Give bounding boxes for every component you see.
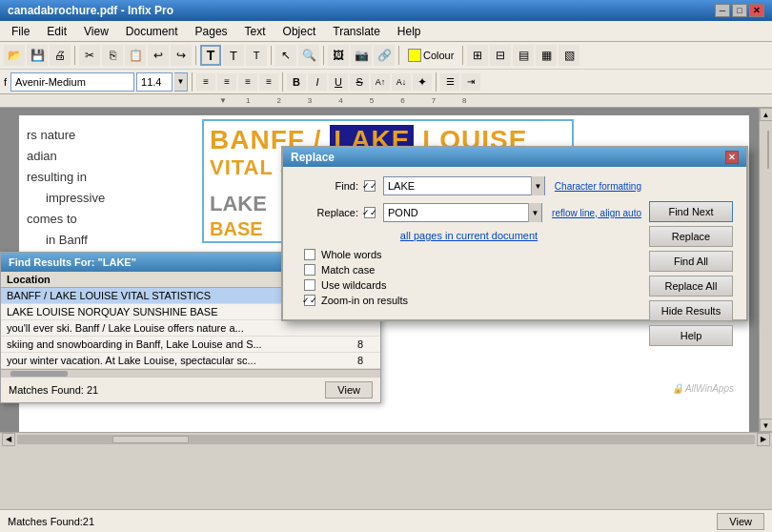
replace-dropdown-arrow[interactable]: ▼ — [528, 203, 541, 222]
link-tool[interactable]: 🔗 — [374, 45, 395, 66]
ruler-mark-4: 4 — [338, 96, 342, 105]
replace-all-button[interactable]: Replace All — [649, 276, 733, 297]
close-button[interactable]: ✕ — [749, 4, 764, 17]
bottom-scrollbar[interactable]: ◀ ▶ — [0, 432, 772, 445]
undo-button[interactable]: ↩ — [148, 45, 169, 66]
scroll-up-button[interactable]: ▲ — [760, 108, 773, 121]
left-text-3: resulting in — [27, 167, 212, 188]
scroll-thumb[interactable] — [767, 131, 769, 169]
format-toolbar: f Avenir-Medium 11.4 ▼ ≡ ≡ ≡ ≡ B I U S A… — [0, 69, 772, 93]
maximize-button[interactable]: □ — [732, 4, 747, 17]
menu-translate[interactable]: Translate — [325, 23, 388, 40]
font-size-dropdown[interactable]: ▼ — [174, 72, 188, 92]
print-button[interactable]: 🖨 — [50, 45, 71, 66]
watermark: 🔒 AllWinApps — [672, 383, 734, 394]
strikethrough-button[interactable]: S — [350, 73, 369, 91]
find-input[interactable] — [384, 180, 531, 192]
extra-tool-5[interactable]: ▧ — [559, 45, 579, 66]
scroll-right-button[interactable]: ▶ — [757, 433, 770, 446]
scope-link[interactable]: all pages in current document — [296, 230, 641, 241]
h-scroll-track[interactable] — [17, 435, 755, 444]
whole-words-checkbox[interactable] — [304, 249, 315, 260]
left-text-6: in Banff — [27, 230, 212, 251]
h-scroll-thumb[interactable] — [112, 436, 189, 443]
extra-tool-1[interactable]: ⊞ — [467, 45, 488, 66]
wildcards-checkbox[interactable] — [304, 279, 315, 291]
select-tool[interactable]: ↖ — [275, 45, 296, 66]
align-center[interactable]: ≡ — [217, 73, 236, 91]
char-format-link[interactable]: Character formatting — [555, 181, 641, 192]
reflow-link[interactable]: reflow line, align auto — [552, 208, 641, 218]
find-next-button[interactable]: Find Next — [649, 201, 733, 222]
dialog-close-button[interactable]: ✕ — [725, 151, 739, 164]
vertical-scrollbar[interactable]: ▲ ▼ — [759, 108, 772, 432]
menu-view[interactable]: View — [76, 23, 116, 40]
menu-object[interactable]: Object — [275, 23, 324, 40]
cut-button[interactable]: ✂ — [79, 45, 100, 66]
result-row-3[interactable]: you'll ever ski. Banff / Lake Louise off… — [1, 320, 380, 337]
view-button[interactable]: View — [325, 381, 373, 399]
menu-file[interactable]: File — [4, 23, 37, 40]
match-case-checkbox[interactable] — [304, 264, 315, 276]
separator-6 — [462, 46, 463, 65]
text-tool[interactable]: T — [200, 45, 221, 66]
whole-words-label: Whole words — [321, 249, 382, 260]
replace-checkbox[interactable]: ✓ — [364, 207, 376, 218]
bold-button[interactable]: B — [287, 73, 306, 91]
image-tool[interactable]: 🖼 — [328, 45, 349, 66]
zoom-in[interactable]: 🔍 — [298, 45, 319, 66]
replace-label: Replace: — [296, 207, 358, 218]
menu-edit[interactable]: Edit — [39, 23, 74, 40]
menu-document[interactable]: Document — [118, 23, 186, 40]
result-row-4[interactable]: skiing and snowboarding in Banff, Lake L… — [1, 337, 380, 353]
colour-button[interactable]: Colour — [403, 46, 458, 65]
extra-tool-2[interactable]: ⊟ — [490, 45, 511, 66]
find-dropdown-arrow[interactable]: ▼ — [531, 176, 544, 195]
font-size-input[interactable]: 11.4 — [136, 72, 173, 92]
ruler-mark-6: 6 — [400, 96, 404, 105]
list-button[interactable]: ☰ — [440, 73, 459, 91]
find-all-button[interactable]: Find All — [649, 251, 733, 272]
extra-tool-3[interactable]: ▤ — [513, 45, 534, 66]
font-icon: f — [4, 76, 9, 88]
italic-button[interactable]: I — [308, 73, 327, 91]
align-justify[interactable]: ≡ — [259, 73, 278, 91]
replace-button[interactable]: Replace — [649, 226, 733, 247]
separator-1 — [74, 46, 75, 65]
result-row-5[interactable]: your winter vacation. At Lake Louise, sp… — [1, 353, 380, 369]
align-right[interactable]: ≡ — [238, 73, 257, 91]
hide-results-button[interactable]: Hide Results — [649, 300, 733, 321]
camera-tool[interactable]: 📷 — [351, 45, 372, 66]
results-scrollbar[interactable] — [1, 369, 380, 377]
status-view-button[interactable]: View — [717, 513, 764, 530]
menu-pages[interactable]: Pages — [188, 23, 235, 40]
copy-button[interactable]: ⎘ — [102, 45, 123, 66]
subscript-button[interactable]: A↓ — [392, 73, 411, 91]
zoom-results-checkbox[interactable]: ✓ — [304, 295, 315, 306]
extra-tool-4[interactable]: ▦ — [536, 45, 557, 66]
dialog-title: Replace — [291, 151, 335, 164]
menu-text[interactable]: Text — [237, 23, 274, 40]
superscript-button[interactable]: A↑ — [371, 73, 390, 91]
help-button[interactable]: Help — [649, 325, 733, 346]
scroll-down-button[interactable]: ▼ — [760, 419, 773, 432]
replace-input[interactable] — [384, 207, 528, 218]
text-tool-3[interactable]: T — [246, 45, 267, 66]
scroll-left-button[interactable]: ◀ — [2, 433, 15, 446]
redo-button[interactable]: ↪ — [171, 45, 192, 66]
indent-button[interactable]: ⇥ — [461, 73, 480, 91]
paste-button[interactable]: 📋 — [125, 45, 146, 66]
highlight-button[interactable]: ✦ — [413, 73, 432, 91]
menu-help[interactable]: Help — [390, 23, 429, 40]
font-name-input[interactable]: Avenir-Medium — [10, 72, 134, 92]
open-button[interactable]: 📂 — [4, 45, 25, 66]
left-text-5: comes to — [27, 209, 212, 230]
watermark-text: 🔒 AllWinApps — [672, 383, 734, 394]
save-button[interactable]: 💾 — [27, 45, 48, 66]
colour-label: Colour — [423, 50, 454, 61]
underline-button[interactable]: U — [329, 73, 348, 91]
align-left[interactable]: ≡ — [196, 73, 215, 91]
text-tool-2[interactable]: T — [223, 45, 244, 66]
minimize-button[interactable]: ─ — [715, 4, 730, 17]
find-checkbox[interactable]: ✓ — [364, 180, 376, 192]
